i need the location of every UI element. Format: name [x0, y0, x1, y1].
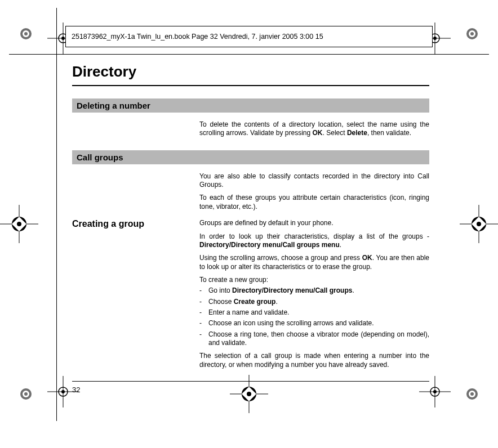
frame-left-line [56, 8, 57, 421]
framemaker-header-text: 251873962_myX-1a Twin_lu_en.book Page 32… [72, 33, 323, 41]
page-number: 32 [72, 386, 80, 394]
crop-mark-icon [460, 205, 498, 243]
svg-point-22 [242, 387, 256, 401]
svg-point-14 [12, 217, 26, 231]
svg-point-5 [470, 32, 474, 35]
svg-point-39 [433, 390, 437, 393]
footer-rule [72, 381, 429, 382]
list-item: Go into Directory/Directory menu/Call gr… [199, 286, 429, 295]
section-heading-callgroups: Call groups [72, 150, 429, 164]
s2-p1: Groups are defined by default in your ph… [199, 219, 429, 227]
s2-p2: In order to look up their characteristic… [199, 232, 429, 250]
svg-point-9 [466, 388, 478, 400]
svg-point-8 [24, 392, 28, 396]
registration-mark-icon [463, 25, 481, 43]
s2-intro2: To each of these groups you attribute ce… [199, 194, 429, 211]
svg-point-35 [61, 390, 65, 393]
svg-point-38 [430, 387, 439, 396]
list-item: Enter a name and validate. [199, 308, 429, 317]
section-heading-deleting: Deleting a number [72, 98, 429, 113]
svg-point-1 [23, 30, 29, 37]
registration-mark-icon [17, 25, 35, 43]
page-title: Directory [72, 63, 429, 80]
list-item: Choose Create group. [199, 298, 429, 306]
svg-point-7 [23, 391, 29, 397]
svg-point-3 [466, 28, 478, 39]
s2-list: Go into Directory/Directory menu/Call gr… [199, 286, 429, 347]
s2-p3: Using the scrolling arrows, choose a gro… [199, 254, 429, 271]
frame-top-line [9, 54, 489, 55]
registration-mark-icon [17, 385, 35, 403]
svg-point-6 [20, 388, 32, 400]
s1-body: To delete the contents of a directory lo… [199, 120, 429, 138]
svg-point-34 [59, 387, 68, 396]
s2-p4: To create a new group: [199, 276, 429, 284]
svg-point-31 [433, 37, 437, 40]
s2-p5: The selection of a call group is made wh… [199, 352, 429, 369]
registration-mark-icon [463, 385, 481, 403]
subheading-creating-group: Creating a group [72, 219, 189, 229]
svg-point-15 [17, 222, 21, 226]
svg-point-18 [472, 217, 486, 231]
framemaker-header: 251873962_myX-1a Twin_lu_en.book Page 32… [65, 26, 433, 47]
page-content: Directory Deleting a number To delete th… [72, 63, 429, 374]
svg-point-23 [247, 392, 251, 396]
svg-point-0 [20, 28, 32, 39]
svg-point-11 [470, 392, 474, 396]
title-rule [72, 85, 429, 86]
svg-point-4 [469, 30, 475, 37]
svg-point-2 [24, 32, 28, 35]
svg-point-10 [469, 391, 475, 397]
svg-point-27 [61, 37, 65, 40]
crop-mark-icon [0, 205, 38, 243]
s2-intro1: You are also able to classify contacts r… [199, 172, 429, 190]
list-item: Choose a ring tone, then choose a vibrat… [199, 330, 429, 348]
list-item: Choose an icon using the scrolling arrow… [199, 319, 429, 328]
svg-point-19 [477, 222, 481, 226]
